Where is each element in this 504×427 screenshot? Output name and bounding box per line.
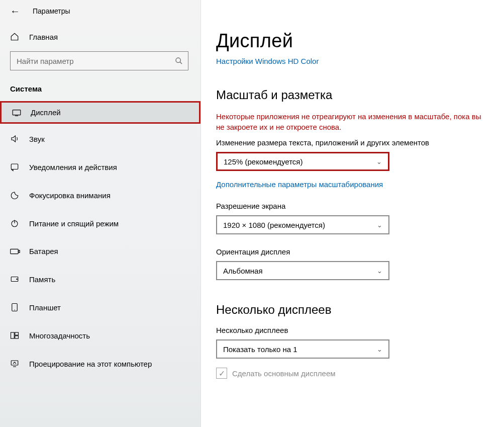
- sidebar-item-label: Планшет: [29, 303, 61, 312]
- sidebar-item-sound[interactable]: Звук: [0, 128, 200, 150]
- home-button[interactable]: Главная: [0, 26, 200, 51]
- scale-label: Изменение размера текста, приложений и д…: [216, 138, 489, 147]
- sidebar-item-label: Уведомления и действия: [29, 163, 117, 172]
- scale-warning: Некоторые приложения не отреагируют на и…: [216, 111, 489, 132]
- sidebar-item-label: Проецирование на этот компьютер: [29, 360, 152, 368]
- tablet-icon: [10, 303, 20, 312]
- svg-rect-2: [13, 110, 21, 115]
- sidebar-item-storage[interactable]: Память: [0, 268, 200, 290]
- search-field[interactable]: [17, 57, 167, 65]
- sidebar-item-label: Фокусировка внимания: [29, 191, 111, 200]
- svg-rect-16: [11, 361, 18, 365]
- section-system: Система: [0, 84, 200, 101]
- multi-section-heading: Несколько дисплеев: [216, 303, 489, 317]
- multi-value: Показать только на 1: [223, 345, 297, 354]
- sidebar-item-project[interactable]: Проецирование на этот компьютер: [0, 353, 200, 375]
- window-title: Параметры: [33, 7, 70, 15]
- svg-rect-7: [11, 249, 18, 253]
- sidebar-item-multitask[interactable]: Многозадачность: [0, 324, 200, 347]
- make-primary-checkbox: ✓ Сделать основным дисплеем: [216, 368, 489, 379]
- svg-point-10: [17, 279, 18, 280]
- titlebar: ← Параметры: [0, 6, 200, 26]
- make-primary-label: Сделать основным дисплеем: [232, 369, 336, 378]
- search-input[interactable]: [10, 51, 188, 70]
- scale-select[interactable]: 125% (рекомендуется) ⌄: [216, 152, 389, 171]
- svg-rect-14: [15, 332, 19, 335]
- orientation-label: Ориентация дисплея: [216, 247, 489, 256]
- search-icon: [175, 57, 183, 65]
- sidebar-item-label: Память: [29, 275, 55, 284]
- svg-rect-4: [11, 164, 18, 169]
- sidebar-item-notifications[interactable]: Уведомления и действия: [0, 156, 200, 178]
- multi-label: Несколько дисплеев: [216, 326, 489, 334]
- multi-display-select[interactable]: Показать только на 1 ⌄: [216, 339, 389, 359]
- sidebar-item-label: Звук: [29, 135, 45, 143]
- sidebar-item-battery[interactable]: Батарея: [0, 240, 200, 262]
- sidebar-item-focus[interactable]: Фокусировка внимания: [0, 184, 200, 206]
- chevron-down-icon: ⌄: [377, 346, 382, 353]
- multitask-icon: [10, 331, 20, 340]
- project-icon: [10, 359, 20, 368]
- svg-line-1: [180, 62, 182, 64]
- home-label: Главная: [29, 33, 58, 41]
- sidebar-item-label: Многозадачность: [29, 331, 90, 340]
- hd-color-link[interactable]: Настройки Windows HD Color: [216, 57, 489, 65]
- svg-rect-15: [15, 336, 19, 338]
- sound-icon: [10, 134, 20, 143]
- back-icon[interactable]: ←: [10, 6, 20, 16]
- svg-rect-13: [11, 332, 15, 338]
- highlight-box: Дисплей: [0, 101, 200, 124]
- chevron-down-icon: ⌄: [377, 221, 382, 229]
- sidebar-item-tablet[interactable]: Планшет: [0, 296, 200, 318]
- sidebar: ← Параметры Главная Система Дисплей Звук: [0, 0, 201, 427]
- resolution-value: 1920 × 1080 (рекомендуется): [223, 221, 325, 229]
- power-icon: [10, 219, 20, 228]
- sidebar-item-display[interactable]: Дисплей: [2, 103, 199, 122]
- notification-icon: [10, 162, 20, 172]
- resolution-select[interactable]: 1920 × 1080 (рекомендуется) ⌄: [216, 215, 389, 234]
- svg-point-0: [176, 58, 180, 62]
- chevron-down-icon: ⌄: [377, 267, 382, 275]
- focus-icon: [10, 191, 20, 200]
- scale-section-heading: Масштаб и разметка: [216, 88, 489, 102]
- resolution-label: Разрешение экрана: [216, 202, 489, 210]
- page-title: Дисплей: [216, 30, 489, 52]
- sidebar-item-power[interactable]: Питание и спящий режим: [0, 212, 200, 234]
- storage-icon: [10, 275, 20, 284]
- checkbox-icon: ✓: [216, 368, 227, 379]
- sidebar-item-label: Дисплей: [31, 108, 61, 117]
- chevron-down-icon: ⌄: [376, 158, 382, 165]
- main-content: Дисплей Настройки Windows HD Color Масшт…: [201, 0, 504, 427]
- scale-value: 125% (рекомендуется): [224, 157, 303, 166]
- battery-icon: [10, 248, 20, 254]
- home-icon: [10, 32, 20, 41]
- sidebar-item-label: Питание и спящий режим: [29, 219, 119, 228]
- orientation-value: Альбомная: [223, 267, 263, 275]
- advanced-scale-link[interactable]: Дополнительные параметры масштабирования: [216, 180, 489, 189]
- display-icon: [12, 109, 22, 116]
- orientation-select[interactable]: Альбомная ⌄: [216, 261, 389, 280]
- svg-rect-8: [19, 250, 20, 252]
- sidebar-item-label: Батарея: [29, 247, 58, 255]
